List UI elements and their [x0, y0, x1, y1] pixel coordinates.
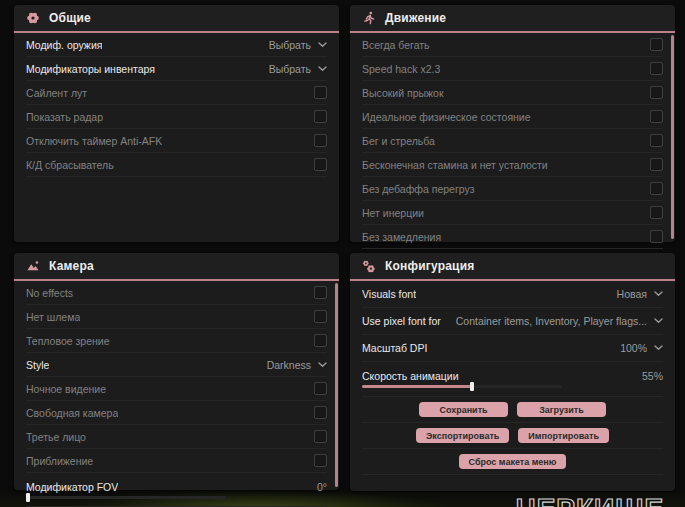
night-vision-checkbox[interactable]: [314, 382, 327, 395]
row-always-run: Всегда бегать: [362, 33, 663, 57]
panel-header: Конфигурация: [350, 253, 675, 281]
no-slowdown-checkbox[interactable]: [650, 230, 663, 243]
no-inertia-checkbox[interactable]: [650, 206, 663, 219]
panel-title: Общие: [49, 11, 91, 25]
dpi-scale-dropdown-label: Масштаб DPI: [362, 342, 427, 354]
speed-hack-checkbox[interactable]: [650, 62, 663, 75]
always-run-checkbox[interactable]: [650, 38, 663, 51]
scrollbar[interactable]: [671, 35, 674, 239]
row-fov-modifier-slider: Модификатор FOV0°: [26, 473, 327, 507]
export-button[interactable]: Экспортировать: [416, 428, 509, 443]
panel-title: Камера: [49, 259, 94, 273]
animation-speed-slider[interactable]: [362, 385, 562, 388]
disable-anti-afk-timer-checkbox[interactable]: [314, 134, 327, 147]
panel-body: Всегда бегатьSpeed hack x2.3Высокий прыж…: [350, 33, 675, 249]
style-dropdown[interactable]: Darkness: [267, 359, 327, 371]
panel-body: Visuals fontНоваяUse pixel font forConta…: [350, 281, 675, 475]
row-third-person: Третье лицо: [26, 425, 327, 449]
third-person-checkbox[interactable]: [314, 430, 327, 443]
chevron-down-icon: [654, 345, 663, 351]
row-night-vision: Ночное видение: [26, 377, 327, 401]
dpi-scale-dropdown-value: 100%: [620, 342, 647, 354]
no-inertia-label: Нет инерции: [362, 207, 424, 219]
disable-anti-afk-timer-label: Отключить таймер Anti-AFK: [26, 135, 162, 147]
panel-title: Движение: [385, 11, 446, 25]
slider-handle[interactable]: [26, 493, 30, 502]
thermal-vision-checkbox[interactable]: [314, 334, 327, 347]
row-cd-resetter: К/Д сбрасыватель: [26, 153, 327, 177]
perfect-physical-condition-label: Идеальное физическое состояние: [362, 111, 531, 123]
inventory-mods-dropdown[interactable]: Выбрать: [269, 63, 327, 75]
cd-resetter-checkbox[interactable]: [314, 158, 327, 171]
high-jump-checkbox[interactable]: [650, 86, 663, 99]
row-zoom-toggle: Приближение: [26, 449, 327, 473]
panel-body: Модиф. оружияВыбратьМодификаторы инвента…: [14, 33, 339, 177]
free-camera-checkbox[interactable]: [314, 406, 327, 419]
row-pixel-font-dropdown: Use pixel font forContainer items, Inven…: [362, 308, 663, 335]
weapon-mod-dropdown-value: Выбрать: [269, 39, 311, 51]
panel-header: Общие: [14, 5, 339, 33]
show-radar-checkbox[interactable]: [314, 110, 327, 123]
animation-speed-slider-label: Скорость анимации: [362, 370, 459, 382]
panel-camera: КамераNo effectsНет шлемаТепловое зрение…: [14, 253, 339, 490]
panel-config: КонфигурацияVisuals fontНоваяUse pixel f…: [350, 253, 675, 491]
high-jump-label: Высокий прыжок: [362, 87, 444, 99]
slider-fill: [362, 385, 472, 388]
scrollbar[interactable]: [335, 283, 338, 487]
panel-body: No effectsНет шлемаТепловое зрениеStyleD…: [14, 281, 339, 507]
cd-resetter-label: К/Д сбрасыватель: [26, 159, 114, 171]
panel-general: ОбщиеМодиф. оружияВыбратьМодификаторы ин…: [14, 5, 339, 242]
load-button[interactable]: Загрузить: [517, 402, 606, 417]
night-vision-label: Ночное видение: [26, 383, 106, 395]
no-helmet-label: Нет шлема: [26, 311, 80, 323]
visuals-font-dropdown-value: Новая: [617, 288, 647, 300]
row-dpi-scale-dropdown: Масштаб DPI100%: [362, 335, 663, 362]
no-overload-debuff-label: Без дебаффа перегруз: [362, 183, 475, 195]
visuals-font-dropdown-label: Visuals font: [362, 288, 416, 300]
weapon-mod-dropdown[interactable]: Выбрать: [269, 39, 327, 51]
fov-modifier-slider-line: Модификатор FOV0°: [26, 481, 327, 493]
reset-menu-layout-button[interactable]: Сброс макета меню: [459, 454, 567, 469]
animation-speed-slider-value: 55%: [642, 370, 663, 382]
third-person-label: Третье лицо: [26, 431, 86, 443]
save-button[interactable]: Сохранить: [419, 402, 508, 417]
run-and-shoot-checkbox[interactable]: [650, 134, 663, 147]
no-overload-debuff-checkbox[interactable]: [650, 182, 663, 195]
row-show-radar: Показать радар: [26, 105, 327, 129]
row-high-jump: Высокий прыжок: [362, 81, 663, 105]
fov-modifier-slider-value: 0°: [317, 481, 327, 493]
perfect-physical-condition-checkbox[interactable]: [650, 110, 663, 123]
pixel-font-dropdown[interactable]: Container items, Inventory, Player flags…: [456, 315, 663, 327]
pixel-font-dropdown-label: Use pixel font for: [362, 315, 441, 327]
infinite-stamina-checkbox[interactable]: [650, 158, 663, 171]
row-run-and-shoot: Бег и стрельба: [362, 129, 663, 153]
run-and-shoot-label: Бег и стрельба: [362, 135, 435, 147]
row-silent-loot: Сайлент лут: [26, 81, 327, 105]
runner-icon: [362, 11, 376, 25]
zoom-toggle-checkbox[interactable]: [314, 454, 327, 467]
row-inventory-mods-dropdown: Модификаторы инвентаряВыбрать: [26, 57, 327, 81]
fov-modifier-slider-label: Модификатор FOV: [26, 481, 118, 493]
visuals-font-dropdown[interactable]: Новая: [617, 288, 663, 300]
no-effects-checkbox[interactable]: [314, 286, 327, 299]
style-dropdown-label: Style: [26, 359, 49, 371]
row-no-helmet: Нет шлема: [26, 305, 327, 329]
row-perfect-physical-condition: Идеальное физическое состояние: [362, 105, 663, 129]
gears-icon: [362, 259, 376, 273]
row-free-camera: Свободная камера: [26, 401, 327, 425]
row-animation-speed-slider: Скорость анимации55%: [362, 362, 663, 397]
speed-hack-label: Speed hack x2.3: [362, 63, 440, 75]
row-visuals-font-dropdown: Visuals fontНовая: [362, 281, 663, 308]
fov-modifier-slider[interactable]: [26, 496, 226, 499]
background-game-title: ЧЕРКИШЕ: [516, 493, 664, 507]
slider-handle[interactable]: [470, 382, 474, 391]
panel-title: Конфигурация: [385, 259, 474, 273]
dpi-scale-dropdown[interactable]: 100%: [620, 342, 663, 354]
import-button[interactable]: Импортировать: [518, 428, 609, 443]
panel-movement: ДвижениеВсегда бегатьSpeed hack x2.3Высо…: [350, 5, 675, 242]
panel-header: Движение: [350, 5, 675, 33]
silent-loot-checkbox[interactable]: [314, 86, 327, 99]
no-helmet-checkbox[interactable]: [314, 310, 327, 323]
export-import-row: ЭкспортироватьИмпортировать: [362, 423, 663, 449]
chevron-down-icon: [654, 291, 663, 297]
